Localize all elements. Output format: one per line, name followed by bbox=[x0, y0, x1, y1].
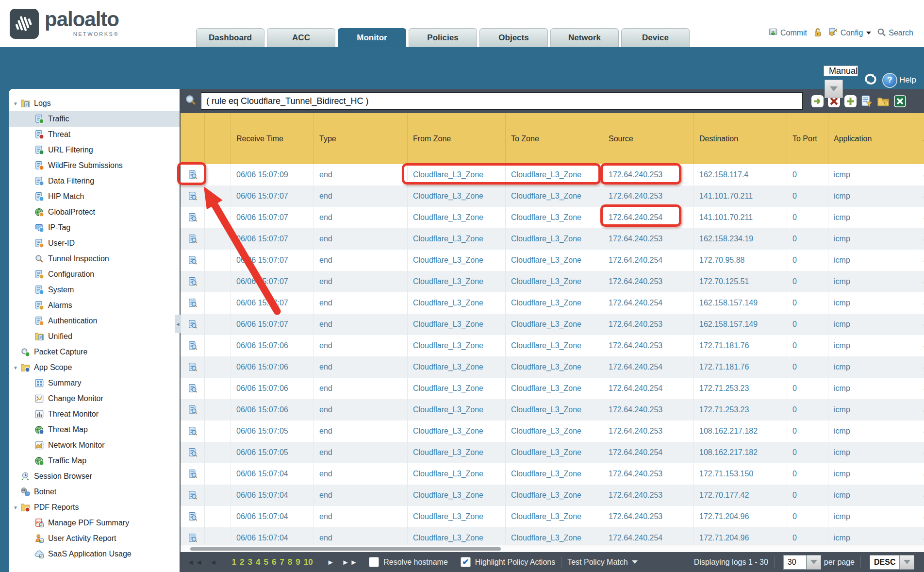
column-header-source[interactable]: Source bbox=[603, 113, 694, 164]
log-detail-icon[interactable] bbox=[181, 399, 205, 421]
table-row[interactable]: 06/06 15:07:04endCloudflare_L3_ZoneCloud… bbox=[181, 463, 924, 485]
tab-network[interactable]: Network bbox=[550, 28, 619, 47]
table-row[interactable]: 06/06 15:07:06endCloudflare_L3_ZoneCloud… bbox=[181, 378, 924, 399]
column-header-to-port[interactable]: To Port bbox=[787, 113, 828, 164]
table-row[interactable]: 06/06 15:07:04endCloudflare_L3_ZoneCloud… bbox=[181, 506, 924, 527]
tree-expander-icon[interactable]: ▼ bbox=[12, 505, 19, 510]
last-page-button[interactable]: ►► bbox=[342, 558, 359, 566]
sidebar-item-system[interactable]: System bbox=[9, 282, 180, 298]
log-detail-icon[interactable] bbox=[181, 356, 205, 378]
tab-policies[interactable]: Policies bbox=[409, 28, 477, 47]
sidebar-item-network-monitor[interactable]: Network Monitor bbox=[9, 437, 180, 453]
sidebar-item-user-id[interactable]: User-ID bbox=[9, 236, 180, 251]
sidebar-item-traffic[interactable]: Traffic bbox=[9, 111, 180, 127]
log-detail-icon[interactable] bbox=[181, 228, 205, 250]
sidebar-item-app-scope[interactable]: ▼App Scope bbox=[9, 360, 180, 375]
resolve-hostname-checkbox[interactable] bbox=[369, 557, 379, 567]
sidebar-item-threat-map[interactable]: Threat Map bbox=[9, 422, 180, 437]
sidebar-item-session-browser[interactable]: Session Browser bbox=[9, 469, 180, 484]
sidebar-item-saas-application-usage[interactable]: SaaS Application Usage bbox=[9, 546, 180, 562]
table-row[interactable]: 06/06 15:07:07endCloudflare_L3_ZoneCloud… bbox=[181, 292, 924, 314]
page-number-1[interactable]: 1 bbox=[232, 557, 236, 567]
sidebar-item-ip-tag[interactable]: IP-Tag bbox=[9, 220, 180, 236]
tree-expander-icon[interactable]: ▼ bbox=[12, 101, 19, 106]
sidebar-item-packet-capture[interactable]: Packet Capture bbox=[9, 344, 180, 360]
sidebar-item-hip-match[interactable]: HIP Match bbox=[9, 189, 180, 204]
log-detail-icon[interactable] bbox=[181, 527, 205, 545]
tab-acc[interactable]: ACC bbox=[267, 28, 335, 47]
horizontal-scrollbar[interactable] bbox=[181, 545, 924, 552]
sidebar-item-manage-pdf-summary[interactable]: PDFManage PDF Summary bbox=[9, 515, 180, 531]
table-row[interactable]: 06/06 15:07:07endCloudflare_L3_ZoneCloud… bbox=[181, 314, 924, 335]
per-page-select[interactable]: 30 bbox=[783, 555, 821, 570]
apply-filter-icon[interactable] bbox=[811, 95, 824, 108]
sort-order-dropdown-button[interactable] bbox=[900, 555, 914, 570]
sidebar-item-url-filtering[interactable]: URL Filtering bbox=[9, 142, 180, 158]
column-header-receive-time[interactable]: Receive Time bbox=[231, 113, 314, 164]
table-row[interactable]: 06/06 15:07:07endCloudflare_L3_ZoneCloud… bbox=[181, 185, 924, 207]
table-row[interactable]: 06/06 15:07:07endCloudflare_L3_ZoneCloud… bbox=[181, 271, 924, 292]
log-detail-icon[interactable] bbox=[181, 250, 205, 271]
next-page-button[interactable]: ► bbox=[327, 558, 335, 566]
log-detail-icon[interactable] bbox=[181, 421, 205, 442]
table-row[interactable]: 06/06 15:07:04endCloudflare_L3_ZoneCloud… bbox=[181, 485, 924, 506]
log-detail-icon[interactable] bbox=[181, 506, 205, 527]
sidebar-item-authentication[interactable]: Authentication bbox=[9, 313, 180, 329]
column-header-detail[interactable] bbox=[181, 113, 205, 164]
log-detail-icon[interactable] bbox=[181, 378, 205, 399]
log-filter-input[interactable] bbox=[201, 92, 803, 110]
scrollbar-thumb[interactable] bbox=[190, 547, 501, 551]
sidebar-item-unified[interactable]: Unified bbox=[9, 329, 180, 344]
lock-icon[interactable] bbox=[813, 27, 823, 39]
refresh-mode-dropdown-button[interactable] bbox=[825, 80, 843, 98]
tab-monitor[interactable]: Monitor bbox=[338, 28, 406, 47]
tab-objects[interactable]: Objects bbox=[479, 28, 548, 47]
column-header-from-zone[interactable]: From Zone bbox=[408, 113, 506, 164]
highlight-policy-checkbox[interactable]: ✔ bbox=[461, 557, 471, 567]
table-row[interactable]: 06/06 15:07:06endCloudflare_L3_ZoneCloud… bbox=[181, 399, 924, 421]
sidebar-collapse-handle[interactable]: ◄ bbox=[175, 315, 181, 333]
sidebar-item-tunnel-inspection[interactable]: Tunnel Inspection bbox=[9, 251, 180, 267]
refresh-mode-select[interactable]: Manual bbox=[824, 62, 858, 98]
log-detail-icon[interactable] bbox=[181, 485, 205, 506]
column-header-action[interactable]: A bbox=[918, 113, 924, 164]
sidebar-item-change-monitor[interactable]: Change Monitor bbox=[9, 391, 180, 406]
table-row[interactable]: 06/06 15:07:06endCloudflare_L3_ZoneCloud… bbox=[181, 335, 924, 356]
table-row[interactable]: 06/06 15:07:09endCloudflare_L3_ZoneCloud… bbox=[181, 164, 924, 185]
page-number-3[interactable]: 3 bbox=[248, 557, 252, 567]
prev-page-button[interactable]: ◄ bbox=[210, 558, 218, 566]
table-row[interactable]: 06/06 15:07:07endCloudflare_L3_ZoneCloud… bbox=[181, 207, 924, 228]
table-row[interactable]: 06/06 15:07:07endCloudflare_L3_ZoneCloud… bbox=[181, 250, 924, 271]
sidebar-item-configuration[interactable]: Configuration bbox=[9, 267, 180, 282]
sidebar-item-data-filtering[interactable]: Data Filtering bbox=[9, 173, 180, 189]
table-row[interactable]: 06/06 15:07:04endCloudflare_L3_ZoneCloud… bbox=[181, 527, 924, 545]
sort-order-select[interactable]: DESC bbox=[870, 555, 914, 570]
first-page-button[interactable]: ◄◄ bbox=[187, 558, 204, 566]
per-page-dropdown-button[interactable] bbox=[807, 555, 821, 570]
sidebar-item-logs[interactable]: ▼Logs bbox=[9, 96, 180, 111]
config-menu[interactable]: Config bbox=[828, 27, 871, 39]
sidebar-item-user-activity-report[interactable]: User Activity Report bbox=[9, 531, 180, 546]
search-button[interactable]: Search bbox=[877, 28, 913, 39]
tab-device[interactable]: Device bbox=[621, 28, 690, 47]
log-detail-icon[interactable] bbox=[181, 335, 205, 356]
sidebar-item-traffic-map[interactable]: Traffic Map bbox=[9, 453, 180, 469]
log-detail-icon[interactable] bbox=[181, 207, 205, 228]
log-detail-icon[interactable] bbox=[181, 292, 205, 314]
tab-dashboard[interactable]: Dashboard bbox=[196, 28, 264, 47]
sidebar-item-wildfire-submissions[interactable]: WildFire Submissions bbox=[9, 158, 180, 173]
sidebar-item-summary[interactable]: Summary bbox=[9, 375, 180, 391]
page-number-7[interactable]: 7 bbox=[280, 557, 284, 567]
column-header-type[interactable]: Type bbox=[314, 113, 408, 164]
sidebar-item-globalprotect[interactable]: GlobalProtect bbox=[9, 204, 180, 220]
help-button[interactable]: ? Help bbox=[883, 74, 916, 87]
sidebar-item-alarms[interactable]: Alarms bbox=[9, 298, 180, 313]
column-header-application[interactable]: Application bbox=[828, 113, 918, 164]
page-number-4[interactable]: 4 bbox=[256, 557, 260, 567]
test-policy-match-button[interactable]: Test Policy Match bbox=[567, 558, 637, 567]
table-row[interactable]: 06/06 15:07:06endCloudflare_L3_ZoneCloud… bbox=[181, 356, 924, 378]
sidebar-item-pdf-reports[interactable]: ▼PDF Reports bbox=[9, 500, 180, 515]
table-row[interactable]: 06/06 15:07:05endCloudflare_L3_ZoneCloud… bbox=[181, 421, 924, 442]
column-header-flag[interactable] bbox=[205, 113, 231, 164]
page-number-2[interactable]: 2 bbox=[240, 557, 244, 567]
